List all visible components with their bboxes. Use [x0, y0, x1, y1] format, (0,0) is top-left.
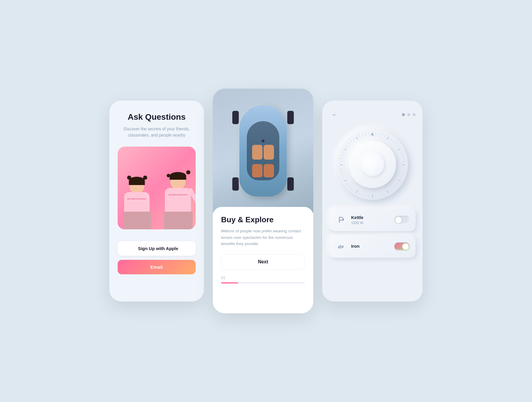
device-left-iron: Iron — [335, 241, 359, 252]
screen-buy-explore: Buy & Explore Millions of people now pre… — [213, 89, 313, 313]
progress-area: 01 — [221, 275, 305, 283]
knob-container — [329, 129, 416, 200]
iron-info: Iron — [351, 244, 359, 249]
screen2-desc: Millions of people now prefer wearing co… — [221, 228, 305, 247]
kettle-toggle[interactable] — [394, 216, 410, 224]
screen2-content: Buy & Explore Millions of people now pre… — [213, 207, 313, 313]
car-seat-back-left — [252, 164, 262, 177]
device-card-kettle: Kettle 1500 W — [329, 209, 416, 231]
car-seat-front-left — [252, 145, 262, 160]
car-body — [239, 105, 287, 197]
next-button[interactable]: Next — [221, 254, 305, 270]
screen-ask-questions: Ask Questions Discover the secrets of yo… — [109, 100, 204, 302]
car-image-area — [213, 89, 313, 213]
kettle-info: Kettle 1500 W — [351, 215, 364, 225]
wheel-top-right — [287, 111, 294, 124]
screen-smart-home: ← — [322, 100, 423, 302]
car-seat-front-right — [264, 145, 274, 160]
nav-dot-1[interactable] — [402, 113, 405, 116]
screen3-header: ← — [329, 109, 416, 120]
back-button[interactable]: ← — [329, 109, 340, 120]
device-left-kettle: Kettle 1500 W — [335, 214, 364, 226]
email-button[interactable]: Email — [118, 260, 196, 274]
nav-dot-3[interactable] — [413, 113, 416, 116]
knob-highlight — [361, 153, 384, 176]
kettle-toggle-knob — [395, 217, 402, 223]
car-glass — [247, 121, 279, 180]
knob-inner — [349, 141, 396, 188]
progress-bar-background — [221, 282, 305, 283]
car-top-view — [236, 100, 290, 201]
girls-illustration: MOTHERLOVESCHOU — [118, 147, 196, 229]
screen2-title: Buy & Explore — [221, 215, 305, 224]
wheel-bottom-right — [287, 177, 294, 191]
iron-toggle-knob — [402, 243, 409, 250]
wheel-top-left — [232, 111, 239, 124]
screen1-subtitle: Discover the secrets of your friends,cla… — [124, 126, 189, 138]
kettle-power: 1500 W — [351, 221, 364, 225]
car-camera — [262, 140, 265, 142]
kettle-name: Kettle — [351, 215, 364, 220]
screens-container: Ask Questions Discover the secrets of yo… — [109, 89, 423, 313]
device-card-iron: Iron — [329, 235, 416, 258]
nav-dot-2[interactable] — [407, 113, 410, 116]
apple-btn-label: Sign Up with Apple — [138, 246, 178, 251]
kettle-icon — [335, 214, 347, 226]
iron-icon — [335, 241, 347, 252]
iron-toggle[interactable] — [394, 242, 410, 251]
hero-image: MOTHERLOVESCHOU — [118, 147, 196, 229]
dots-navigation — [402, 113, 416, 116]
email-btn-label: Email — [150, 265, 163, 270]
car-seat-back-right — [264, 164, 274, 177]
wheel-bottom-left — [232, 177, 239, 191]
screen1-title: Ask Questions — [128, 112, 186, 122]
sign-up-apple-button[interactable]: Sign Up with Apple — [118, 241, 196, 256]
progress-bar-fill — [221, 282, 238, 283]
knob-indicator — [371, 132, 374, 135]
iron-name: Iron — [351, 244, 359, 249]
progress-label: 01 — [221, 275, 305, 280]
knob-outer[interactable] — [337, 129, 408, 200]
